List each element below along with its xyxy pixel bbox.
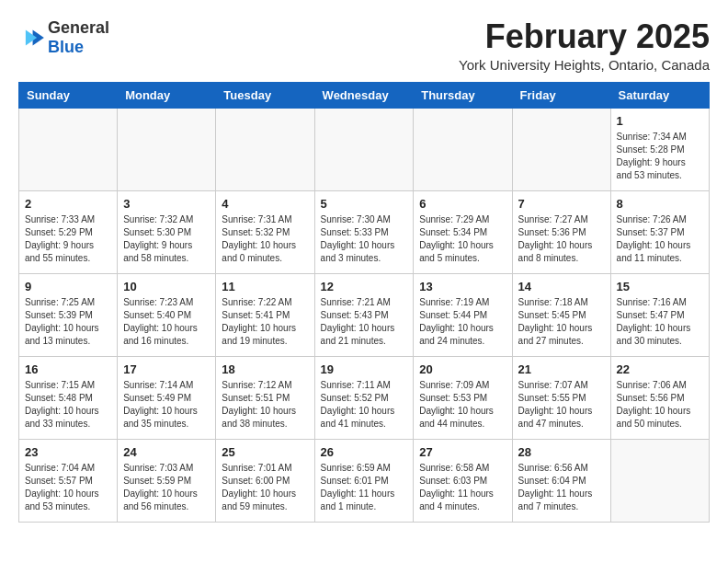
day-info: Sunrise: 7:04 AM Sunset: 5:57 PM Dayligh… — [25, 462, 111, 513]
day-info: Sunrise: 7:18 AM Sunset: 5:45 PM Dayligh… — [518, 296, 605, 348]
calendar-cell — [216, 108, 314, 190]
weekday-header-wednesday: Wednesday — [314, 82, 414, 108]
calendar-cell: 16Sunrise: 7:15 AM Sunset: 5:48 PM Dayli… — [19, 356, 118, 439]
logo: General Blue — [18, 18, 109, 57]
calendar-cell: 5Sunrise: 7:30 AM Sunset: 5:33 PM Daylig… — [314, 190, 414, 273]
location-subtitle: York University Heights, Ontario, Canada — [459, 57, 710, 73]
day-number: 23 — [25, 445, 111, 459]
day-number: 18 — [222, 362, 308, 376]
day-number: 5 — [321, 197, 408, 211]
day-number: 14 — [518, 280, 605, 293]
calendar-week-1: 1Sunrise: 7:34 AM Sunset: 5:28 PM Daylig… — [19, 108, 710, 190]
weekday-header-row: SundayMondayTuesdayWednesdayThursdayFrid… — [19, 82, 710, 108]
weekday-header-friday: Friday — [512, 82, 610, 108]
day-info: Sunrise: 7:22 AM Sunset: 5:41 PM Dayligh… — [222, 296, 308, 348]
calendar-cell: 22Sunrise: 7:06 AM Sunset: 5:56 PM Dayli… — [610, 356, 709, 439]
calendar-cell — [512, 108, 610, 190]
calendar-cell: 15Sunrise: 7:16 AM Sunset: 5:47 PM Dayli… — [610, 273, 709, 356]
day-number: 3 — [123, 197, 210, 211]
day-info: Sunrise: 6:58 AM Sunset: 6:03 PM Dayligh… — [419, 462, 506, 513]
calendar-cell — [19, 108, 118, 190]
calendar-cell: 9Sunrise: 7:25 AM Sunset: 5:39 PM Daylig… — [19, 273, 118, 356]
day-number: 4 — [222, 197, 308, 211]
day-info: Sunrise: 7:15 AM Sunset: 5:48 PM Dayligh… — [25, 379, 111, 431]
calendar-cell: 13Sunrise: 7:19 AM Sunset: 5:44 PM Dayli… — [414, 273, 512, 356]
day-info: Sunrise: 7:09 AM Sunset: 5:53 PM Dayligh… — [419, 379, 506, 431]
day-info: Sunrise: 7:34 AM Sunset: 5:28 PM Dayligh… — [617, 131, 703, 182]
weekday-header-monday: Monday — [118, 82, 216, 108]
day-number: 25 — [222, 445, 308, 459]
day-number: 12 — [321, 280, 408, 293]
day-info: Sunrise: 7:26 AM Sunset: 5:37 PM Dayligh… — [617, 213, 703, 265]
weekday-header-tuesday: Tuesday — [216, 82, 314, 108]
weekday-header-sunday: Sunday — [19, 82, 118, 108]
day-info: Sunrise: 7:06 AM Sunset: 5:56 PM Dayligh… — [617, 379, 703, 431]
calendar-cell: 17Sunrise: 7:14 AM Sunset: 5:49 PM Dayli… — [118, 356, 216, 439]
calendar-cell: 24Sunrise: 7:03 AM Sunset: 5:59 PM Dayli… — [118, 439, 216, 522]
day-info: Sunrise: 6:56 AM Sunset: 6:04 PM Dayligh… — [518, 462, 605, 513]
title-section: February 2025 York University Heights, O… — [459, 18, 710, 73]
day-info: Sunrise: 7:03 AM Sunset: 5:59 PM Dayligh… — [123, 462, 210, 513]
day-number: 20 — [419, 362, 506, 376]
calendar-cell — [314, 108, 414, 190]
logo-general: General — [48, 18, 109, 37]
day-number: 15 — [617, 280, 703, 293]
calendar-cell — [118, 108, 216, 190]
day-info: Sunrise: 7:12 AM Sunset: 5:51 PM Dayligh… — [222, 379, 308, 431]
calendar-cell: 7Sunrise: 7:27 AM Sunset: 5:36 PM Daylig… — [512, 190, 610, 273]
day-info: Sunrise: 7:27 AM Sunset: 5:36 PM Dayligh… — [518, 213, 605, 265]
day-info: Sunrise: 7:07 AM Sunset: 5:55 PM Dayligh… — [518, 379, 605, 431]
calendar-cell: 20Sunrise: 7:09 AM Sunset: 5:53 PM Dayli… — [414, 356, 512, 439]
day-number: 2 — [25, 197, 111, 211]
day-number: 10 — [123, 280, 210, 293]
calendar-cell: 4Sunrise: 7:31 AM Sunset: 5:32 PM Daylig… — [216, 190, 314, 273]
calendar-cell: 21Sunrise: 7:07 AM Sunset: 5:55 PM Dayli… — [512, 356, 610, 439]
day-info: Sunrise: 7:11 AM Sunset: 5:52 PM Dayligh… — [321, 379, 408, 431]
calendar-cell: 12Sunrise: 7:21 AM Sunset: 5:43 PM Dayli… — [314, 273, 414, 356]
day-number: 7 — [518, 197, 605, 211]
day-number: 17 — [123, 362, 210, 376]
day-number: 21 — [518, 362, 605, 376]
day-info: Sunrise: 7:33 AM Sunset: 5:29 PM Dayligh… — [25, 213, 111, 265]
calendar-cell: 28Sunrise: 6:56 AM Sunset: 6:04 PM Dayli… — [512, 439, 610, 522]
day-number: 19 — [321, 362, 408, 376]
calendar-cell: 6Sunrise: 7:29 AM Sunset: 5:34 PM Daylig… — [414, 190, 512, 273]
logo-text: General Blue — [48, 18, 109, 57]
day-info: Sunrise: 6:59 AM Sunset: 6:01 PM Dayligh… — [321, 462, 408, 513]
day-info: Sunrise: 7:21 AM Sunset: 5:43 PM Dayligh… — [321, 296, 408, 348]
calendar-table: SundayMondayTuesdayWednesdayThursdayFrid… — [18, 82, 710, 523]
day-info: Sunrise: 7:30 AM Sunset: 5:33 PM Dayligh… — [321, 213, 408, 265]
weekday-header-thursday: Thursday — [414, 82, 512, 108]
day-number: 22 — [617, 362, 703, 376]
day-info: Sunrise: 7:23 AM Sunset: 5:40 PM Dayligh… — [123, 296, 210, 348]
day-info: Sunrise: 7:19 AM Sunset: 5:44 PM Dayligh… — [419, 296, 506, 348]
calendar-week-5: 23Sunrise: 7:04 AM Sunset: 5:57 PM Dayli… — [19, 439, 710, 522]
calendar-cell: 14Sunrise: 7:18 AM Sunset: 5:45 PM Dayli… — [512, 273, 610, 356]
day-info: Sunrise: 7:32 AM Sunset: 5:30 PM Dayligh… — [123, 213, 210, 265]
calendar-cell: 3Sunrise: 7:32 AM Sunset: 5:30 PM Daylig… — [118, 190, 216, 273]
logo-icon — [18, 29, 44, 47]
day-number: 1 — [617, 114, 703, 128]
day-number: 6 — [419, 197, 506, 211]
weekday-header-saturday: Saturday — [610, 82, 709, 108]
calendar-week-3: 9Sunrise: 7:25 AM Sunset: 5:39 PM Daylig… — [19, 273, 710, 356]
day-number: 8 — [617, 197, 703, 211]
calendar-cell: 8Sunrise: 7:26 AM Sunset: 5:37 PM Daylig… — [610, 190, 709, 273]
calendar-cell: 2Sunrise: 7:33 AM Sunset: 5:29 PM Daylig… — [19, 190, 118, 273]
day-info: Sunrise: 7:16 AM Sunset: 5:47 PM Dayligh… — [617, 296, 703, 348]
calendar-cell: 1Sunrise: 7:34 AM Sunset: 5:28 PM Daylig… — [610, 108, 709, 190]
day-info: Sunrise: 7:31 AM Sunset: 5:32 PM Dayligh… — [222, 213, 308, 265]
day-info: Sunrise: 7:01 AM Sunset: 6:00 PM Dayligh… — [222, 462, 308, 513]
day-info: Sunrise: 7:25 AM Sunset: 5:39 PM Dayligh… — [25, 296, 111, 348]
page-header: General Blue February 2025 York Universi… — [18, 18, 710, 73]
day-number: 16 — [25, 362, 111, 376]
calendar-cell: 10Sunrise: 7:23 AM Sunset: 5:40 PM Dayli… — [118, 273, 216, 356]
calendar-cell — [414, 108, 512, 190]
day-number: 24 — [123, 445, 210, 459]
calendar-cell: 26Sunrise: 6:59 AM Sunset: 6:01 PM Dayli… — [314, 439, 414, 522]
logo-blue: Blue — [48, 38, 84, 56]
calendar-cell: 23Sunrise: 7:04 AM Sunset: 5:57 PM Dayli… — [19, 439, 118, 522]
day-number: 27 — [419, 445, 506, 459]
calendar-cell — [610, 439, 709, 522]
day-number: 26 — [321, 445, 408, 459]
